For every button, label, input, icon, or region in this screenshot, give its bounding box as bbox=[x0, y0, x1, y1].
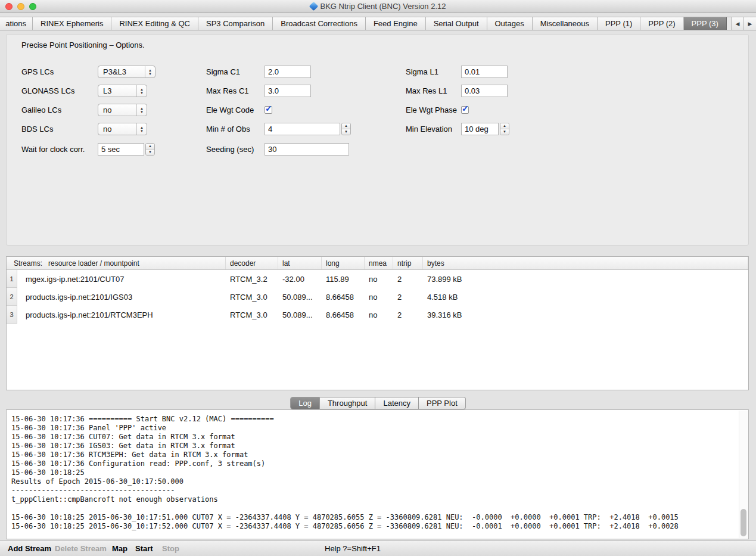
combo-arrows-icon: ▲▼ bbox=[136, 85, 147, 97]
bds-lcs-select[interactable]: no ▲▼ bbox=[98, 123, 147, 135]
combo-arrows-icon: ▲▼ bbox=[145, 66, 155, 77]
max-res-l1-label: Max Res L1 bbox=[406, 85, 447, 97]
galileo-lcs-select[interactable]: no ▲▼ bbox=[98, 104, 147, 116]
title-wrap: BKG Ntrip Client (BNC) Version 2.12 bbox=[0, 0, 756, 13]
wait-clock-label: Wait for clock corr. bbox=[21, 143, 85, 156]
max-res-l1-input[interactable] bbox=[461, 85, 508, 97]
tab-rinex-ephemeris[interactable]: RINEX Ephemeris bbox=[33, 17, 111, 30]
streams-header-row: Streams: resource loader / mountpoint de… bbox=[7, 257, 748, 270]
log-line: 15-06-30 10:17:36 ========== Start BNC v… bbox=[11, 415, 748, 424]
log-scrollbar[interactable] bbox=[739, 411, 748, 538]
glonass-lcs-value: L3 bbox=[98, 85, 136, 97]
minimize-button[interactable] bbox=[17, 3, 24, 10]
tab-rinex-observations[interactable]: ations bbox=[0, 17, 33, 30]
row-number: 3 bbox=[7, 306, 17, 324]
max-res-c1-input[interactable] bbox=[265, 85, 311, 97]
gps-lcs-select[interactable]: P3&L3 ▲▼ bbox=[98, 66, 155, 78]
log-scrollbar-thumb[interactable] bbox=[741, 509, 746, 536]
gps-lcs-label: GPS LCs bbox=[21, 66, 54, 78]
wait-clock-stepper[interactable]: ▲▼ bbox=[145, 143, 155, 156]
tab-throughput[interactable]: Throughput bbox=[320, 397, 376, 409]
zoom-button[interactable] bbox=[29, 3, 36, 10]
seeding-input[interactable] bbox=[265, 143, 349, 156]
log-line: Results of Epoch 2015-06-30_10:17:50.000 bbox=[11, 477, 748, 486]
streams-table: Streams: resource loader / mountpoint de… bbox=[6, 256, 749, 390]
tab-log[interactable]: Log bbox=[290, 397, 320, 409]
log-line: 15-06-30 10:17:36 RTCM3EPH: Get data in … bbox=[11, 451, 748, 459]
wait-clock-input[interactable] bbox=[98, 143, 144, 156]
gps-lcs-value: P3&L3 bbox=[98, 66, 145, 77]
min-obs-stepper[interactable]: ▲▼ bbox=[341, 123, 351, 135]
ele-wgt-phase-checkbox[interactable]: ✓ bbox=[461, 106, 469, 114]
min-obs-label: Min # of Obs bbox=[206, 123, 250, 135]
log-line: 15-06-30 10:17:36 IGS03: Get data in RTC… bbox=[11, 442, 748, 451]
tab-scroll-left-button[interactable]: ◀ bbox=[731, 17, 743, 30]
glonass-lcs-select[interactable]: L3 ▲▼ bbox=[98, 85, 147, 97]
tab-broadcast-corrections[interactable]: Broadcast Corrections bbox=[273, 17, 366, 30]
tab-rinex-editing-qc[interactable]: RINEX Editing & QC bbox=[111, 17, 198, 30]
log-line: 15-06-30 10:18:25 2015-06-30_10:17:52.00… bbox=[11, 522, 748, 531]
bds-lcs-value: no bbox=[98, 123, 136, 135]
ele-wgt-code-checkbox[interactable]: ✓ bbox=[265, 106, 272, 114]
add-stream-button[interactable]: Add Stream bbox=[8, 544, 51, 553]
tab-ppp-1[interactable]: PPP (1) bbox=[598, 17, 640, 30]
header-ntrip[interactable]: ntrip bbox=[393, 257, 423, 269]
log-line: 15-06-30 10:17:36 CUT07: Get data in RTC… bbox=[11, 433, 748, 442]
log-line: t_pppClient::cmpBancroft not enough obse… bbox=[11, 495, 748, 504]
check-icon: ✓ bbox=[265, 104, 272, 113]
tab-scroll-arrows: ◀ ▶ bbox=[731, 17, 756, 30]
cell-ntrip: 2 bbox=[393, 306, 423, 324]
tab-outages[interactable]: Outages bbox=[487, 17, 533, 30]
tab-scroll-right-button[interactable]: ▶ bbox=[743, 17, 756, 30]
sigma-l1-input[interactable] bbox=[461, 66, 508, 78]
tab-ppp-3[interactable]: PPP (3) bbox=[684, 17, 727, 30]
tab-feed-engine[interactable]: Feed Engine bbox=[366, 17, 426, 30]
title-bar[interactable]: BKG Ntrip Client (BNC) Version 2.12 bbox=[0, 0, 756, 13]
delete-stream-button: Delete Stream bbox=[55, 544, 107, 553]
header-long[interactable]: long bbox=[322, 257, 365, 269]
cell-long: 8.66458 bbox=[322, 288, 365, 306]
header-decoder[interactable]: decoder bbox=[226, 257, 278, 269]
cell-long: 8.66458 bbox=[322, 306, 365, 324]
cell-bytes: 73.899 kB bbox=[423, 270, 748, 288]
log-line bbox=[11, 504, 748, 513]
tab-sp3-comparison[interactable]: SP3 Comparison bbox=[198, 17, 273, 30]
min-elevation-stepper[interactable]: ▲▼ bbox=[500, 123, 509, 135]
galileo-lcs-label: Galileo LCs bbox=[21, 104, 61, 116]
tab-ppp-2[interactable]: PPP (2) bbox=[640, 17, 683, 30]
log-output: 15-06-30 10:17:36 ========== Start BNC v… bbox=[7, 410, 748, 531]
stream-row-1[interactable]: 1 mgex.igs-ip.net:2101/CUT07 RTCM_3.2 -3… bbox=[7, 270, 748, 288]
map-button[interactable]: Map bbox=[112, 544, 127, 553]
bottom-tab-bar: Log Throughput Latency PPP Plot bbox=[0, 397, 756, 409]
cell-lat: -32.00 bbox=[278, 270, 322, 288]
header-lat[interactable]: lat bbox=[278, 257, 322, 269]
tab-ppp-plot[interactable]: PPP Plot bbox=[419, 397, 466, 409]
cell-mountpoint: products.igs-ip.net:2101/IGS03 bbox=[17, 288, 226, 306]
min-elevation-input[interactable] bbox=[461, 123, 499, 135]
cell-nmea: no bbox=[365, 270, 393, 288]
sigma-c1-input[interactable] bbox=[265, 66, 311, 78]
bottom-toolbar: Add Stream Delete Stream Map Start Stop … bbox=[0, 541, 756, 556]
header-mountpoint[interactable]: Streams: resource loader / mountpoint bbox=[7, 257, 226, 269]
tab-latency[interactable]: Latency bbox=[375, 397, 419, 409]
cell-decoder: RTCM_3.2 bbox=[226, 270, 278, 288]
galileo-lcs-value: no bbox=[98, 104, 136, 116]
stream-row-3[interactable]: 3 products.igs-ip.net:2101/RTCM3EPH RTCM… bbox=[7, 306, 748, 324]
glonass-lcs-label: GLONASS LCs bbox=[21, 85, 75, 97]
bds-lcs-label: BDS LCs bbox=[21, 123, 53, 135]
start-button[interactable]: Start bbox=[135, 544, 153, 553]
min-obs-input[interactable] bbox=[265, 123, 340, 135]
cell-lat: 50.089... bbox=[278, 306, 322, 324]
cell-nmea: no bbox=[365, 306, 393, 324]
header-nmea[interactable]: nmea bbox=[365, 257, 393, 269]
tab-miscellaneous[interactable]: Miscellaneous bbox=[533, 17, 598, 30]
stream-row-2[interactable]: 2 products.igs-ip.net:2101/IGS03 RTCM_3.… bbox=[7, 288, 748, 306]
max-res-c1-label: Max Res C1 bbox=[206, 85, 249, 97]
close-button[interactable] bbox=[5, 3, 13, 10]
panel-title: Precise Point Positioning – Options. bbox=[21, 41, 145, 49]
cell-bytes: 39.316 kB bbox=[423, 306, 748, 324]
header-bytes[interactable]: bytes bbox=[423, 257, 748, 269]
combo-arrows-icon: ▲▼ bbox=[136, 104, 147, 116]
window-title: BKG Ntrip Client (BNC) Version 2.12 bbox=[321, 2, 446, 11]
tab-serial-output[interactable]: Serial Output bbox=[426, 17, 487, 30]
